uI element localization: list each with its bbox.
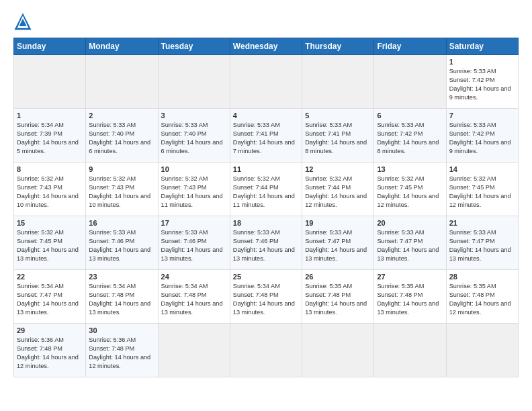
day-number: 2 [89, 111, 154, 120]
day-number: 25 [233, 273, 299, 281]
day-number: 28 [449, 273, 515, 281]
col-header-sunday: Sunday [14, 38, 86, 55]
calendar-cell [302, 324, 374, 377]
day-number: 17 [161, 219, 227, 227]
day-info: Sunrise: 5:34 AMSunset: 7:47 PMDaylight:… [17, 283, 79, 316]
calendar-cell: 13 Sunrise: 5:32 AMSunset: 7:45 PMDaylig… [374, 163, 446, 216]
day-number: 5 [305, 111, 371, 120]
calendar-cell: 29 Sunrise: 5:36 AMSunset: 7:48 PMDaylig… [14, 324, 86, 377]
calendar-cell [230, 55, 302, 109]
calendar-cell: 28 Sunrise: 5:35 AMSunset: 7:48 PMDaylig… [446, 270, 518, 324]
day-number: 9 [89, 165, 154, 173]
week-row-0: 1 Sunrise: 5:33 AMSunset: 7:42 PMDayligh… [14, 55, 519, 109]
day-info: Sunrise: 5:33 AMSunset: 7:46 PMDaylight:… [89, 229, 150, 262]
day-info: Sunrise: 5:33 AMSunset: 7:41 PMDaylight:… [305, 122, 367, 154]
calendar-cell: 14 Sunrise: 5:32 AMSunset: 7:45 PMDaylig… [446, 163, 518, 216]
day-info: Sunrise: 5:35 AMSunset: 7:48 PMDaylight:… [305, 283, 367, 316]
day-info: Sunrise: 5:34 AMSunset: 7:39 PMDaylight:… [17, 122, 79, 154]
calendar-cell [302, 55, 374, 109]
day-info: Sunrise: 5:32 AMSunset: 7:43 PMDaylight:… [17, 175, 79, 208]
week-row-2: 8 Sunrise: 5:32 AMSunset: 7:43 PMDayligh… [14, 163, 519, 216]
day-info: Sunrise: 5:32 AMSunset: 7:45 PMDaylight:… [449, 175, 511, 208]
logo [13, 12, 34, 31]
day-number: 18 [233, 219, 299, 227]
calendar-cell [230, 324, 302, 377]
day-number: 4 [233, 111, 299, 120]
col-header-friday: Friday [374, 38, 446, 55]
day-info: Sunrise: 5:32 AMSunset: 7:43 PMDaylight:… [89, 175, 150, 208]
calendar-cell [374, 324, 446, 377]
day-info: Sunrise: 5:33 AMSunset: 7:47 PMDaylight:… [305, 229, 367, 262]
col-header-tuesday: Tuesday [158, 38, 230, 55]
day-number: 16 [89, 219, 154, 227]
day-info: Sunrise: 5:33 AMSunset: 7:41 PMDaylight:… [233, 122, 295, 154]
day-number: 20 [377, 219, 443, 227]
week-row-5: 29 Sunrise: 5:36 AMSunset: 7:48 PMDaylig… [14, 324, 519, 377]
calendar-cell: 19 Sunrise: 5:33 AMSunset: 7:47 PMDaylig… [302, 216, 374, 270]
calendar-cell: 25 Sunrise: 5:34 AMSunset: 7:48 PMDaylig… [230, 270, 302, 324]
calendar-cell [158, 324, 230, 377]
week-row-1: 1 Sunrise: 5:34 AMSunset: 7:39 PMDayligh… [14, 109, 519, 163]
day-info: Sunrise: 5:33 AMSunset: 7:46 PMDaylight:… [161, 229, 223, 262]
day-info: Sunrise: 5:32 AMSunset: 7:44 PMDaylight:… [233, 175, 295, 208]
header-row: SundayMondayTuesdayWednesdayThursdayFrid… [14, 38, 519, 55]
calendar-cell: 12 Sunrise: 5:32 AMSunset: 7:44 PMDaylig… [302, 163, 374, 216]
day-info: Sunrise: 5:32 AMSunset: 7:44 PMDaylight:… [305, 175, 367, 208]
day-number: 13 [377, 165, 443, 173]
calendar-cell: 15 Sunrise: 5:32 AMSunset: 7:45 PMDaylig… [14, 216, 86, 270]
calendar-cell [446, 324, 518, 377]
header [13, 12, 519, 31]
day-number: 22 [17, 273, 83, 281]
calendar-cell: 21 Sunrise: 5:33 AMSunset: 7:47 PMDaylig… [446, 216, 518, 270]
calendar-cell: 16 Sunrise: 5:33 AMSunset: 7:46 PMDaylig… [86, 216, 158, 270]
day-number: 12 [305, 165, 371, 173]
day-info: Sunrise: 5:33 AMSunset: 7:47 PMDaylight:… [449, 229, 511, 262]
day-info: Sunrise: 5:32 AMSunset: 7:45 PMDaylight:… [377, 175, 439, 208]
day-number: 11 [233, 165, 299, 173]
calendar-cell [158, 55, 230, 109]
calendar-cell: 27 Sunrise: 5:35 AMSunset: 7:48 PMDaylig… [374, 270, 446, 324]
day-number: 21 [449, 219, 515, 227]
day-number: 1 [449, 58, 515, 66]
calendar-cell: 6 Sunrise: 5:33 AMSunset: 7:42 PMDayligh… [374, 109, 446, 163]
day-info: Sunrise: 5:32 AMSunset: 7:45 PMDaylight:… [17, 229, 79, 262]
day-info: Sunrise: 5:33 AMSunset: 7:47 PMDaylight:… [377, 229, 439, 262]
calendar-cell: 23 Sunrise: 5:34 AMSunset: 7:48 PMDaylig… [86, 270, 158, 324]
day-info: Sunrise: 5:36 AMSunset: 7:48 PMDaylight:… [89, 336, 150, 369]
day-number: 19 [305, 219, 371, 227]
day-number: 29 [17, 326, 83, 334]
calendar-cell: 5 Sunrise: 5:33 AMSunset: 7:41 PMDayligh… [302, 109, 374, 163]
calendar-cell: 4 Sunrise: 5:33 AMSunset: 7:41 PMDayligh… [230, 109, 302, 163]
col-header-wednesday: Wednesday [230, 38, 302, 55]
day-info: Sunrise: 5:35 AMSunset: 7:48 PMDaylight:… [377, 283, 439, 316]
week-row-3: 15 Sunrise: 5:32 AMSunset: 7:45 PMDaylig… [14, 216, 519, 270]
day-number: 15 [17, 219, 83, 227]
day-number: 23 [89, 273, 154, 281]
day-info: Sunrise: 5:36 AMSunset: 7:48 PMDaylight:… [17, 336, 79, 369]
calendar-cell: 24 Sunrise: 5:34 AMSunset: 7:48 PMDaylig… [158, 270, 230, 324]
calendar-cell: 1 Sunrise: 5:34 AMSunset: 7:39 PMDayligh… [14, 109, 86, 163]
day-number: 1 [17, 111, 83, 120]
day-number: 6 [377, 111, 443, 120]
calendar-cell: 2 Sunrise: 5:33 AMSunset: 7:40 PMDayligh… [86, 109, 158, 163]
calendar-cell: 8 Sunrise: 5:32 AMSunset: 7:43 PMDayligh… [14, 163, 86, 216]
day-info: Sunrise: 5:33 AMSunset: 7:40 PMDaylight:… [89, 122, 150, 154]
day-number: 10 [161, 165, 227, 173]
day-info: Sunrise: 5:34 AMSunset: 7:48 PMDaylight:… [161, 283, 223, 316]
calendar-cell: 20 Sunrise: 5:33 AMSunset: 7:47 PMDaylig… [374, 216, 446, 270]
day-info: Sunrise: 5:33 AMSunset: 7:40 PMDaylight:… [161, 122, 223, 154]
calendar-cell [374, 55, 446, 109]
day-info: Sunrise: 5:33 AMSunset: 7:42 PMDaylight:… [449, 68, 511, 101]
day-number: 8 [17, 165, 83, 173]
col-header-thursday: Thursday [302, 38, 374, 55]
day-info: Sunrise: 5:32 AMSunset: 7:43 PMDaylight:… [161, 175, 223, 208]
generalblue-icon [13, 12, 32, 31]
day-info: Sunrise: 5:33 AMSunset: 7:42 PMDaylight:… [377, 122, 439, 154]
col-header-monday: Monday [86, 38, 158, 55]
calendar-cell: 10 Sunrise: 5:32 AMSunset: 7:43 PMDaylig… [158, 163, 230, 216]
calendar-cell [86, 55, 158, 109]
calendar-cell: 30 Sunrise: 5:36 AMSunset: 7:48 PMDaylig… [86, 324, 158, 377]
calendar-cell: 7 Sunrise: 5:33 AMSunset: 7:42 PMDayligh… [446, 109, 518, 163]
day-number: 3 [161, 111, 227, 120]
calendar-cell: 18 Sunrise: 5:33 AMSunset: 7:46 PMDaylig… [230, 216, 302, 270]
